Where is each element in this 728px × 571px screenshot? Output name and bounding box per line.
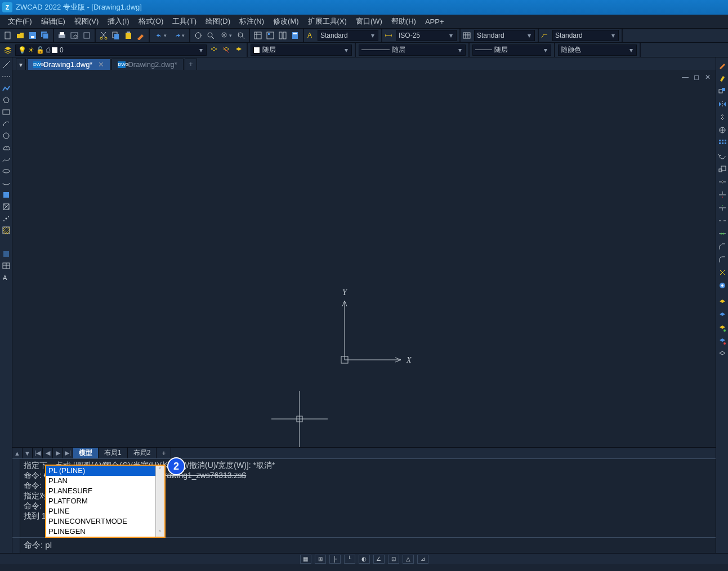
arc-icon[interactable] <box>1 119 11 129</box>
minimize-icon[interactable]: — <box>681 73 690 81</box>
nav-last-icon[interactable]: ▶| <box>63 448 73 458</box>
dimstyle-icon[interactable] <box>384 31 393 40</box>
doc-tab-inactive[interactable]: DWG Drawing2.dwg* <box>111 59 183 70</box>
layout-tab-layout2[interactable]: 布局2 <box>128 448 157 459</box>
close-icon[interactable]: ✕ <box>98 60 104 69</box>
autocomplete-item[interactable]: PLINECONVERTMODE <box>46 516 164 527</box>
copy2-icon[interactable] <box>717 86 728 97</box>
nav-prev-icon[interactable]: ◀ <box>43 448 53 458</box>
ellipse-icon[interactable] <box>1 166 11 176</box>
ellipsearc-icon[interactable] <box>1 178 11 188</box>
redo-icon[interactable]: ▾ <box>170 30 187 41</box>
matchprop2-icon[interactable] <box>717 60 728 71</box>
mleaderstyle-dropdown[interactable]: Standard▾ <box>552 30 619 41</box>
offset-icon[interactable] <box>717 111 728 123</box>
nav-next-icon[interactable]: ▶ <box>53 448 63 458</box>
erase-icon[interactable] <box>717 73 728 84</box>
status-osnap-icon[interactable]: ◐ <box>359 555 370 564</box>
menu-app[interactable]: APP+ <box>421 16 449 27</box>
layer-dropdown[interactable]: 💡 ☀ 🔓 ⎙ 0 ▾ <box>15 44 207 56</box>
color-dropdown[interactable]: 随层 ▾ <box>251 44 352 56</box>
tablestyle-icon[interactable] <box>462 31 471 40</box>
ac-scrollbar[interactable]: ˄˅ <box>155 466 164 537</box>
gradient-icon[interactable] <box>1 237 11 247</box>
paste-icon[interactable] <box>123 30 134 41</box>
rotate-icon[interactable] <box>717 150 728 162</box>
layerprev-icon[interactable] <box>233 44 244 56</box>
textstyle-icon[interactable]: A <box>306 31 315 40</box>
extend-icon[interactable] <box>717 202 728 213</box>
layout-tab-add[interactable]: + <box>157 448 171 459</box>
autocomplete-item[interactable]: PLAN <box>46 476 164 486</box>
laythw-icon[interactable] <box>717 336 728 347</box>
status-dyn-icon[interactable]: ⊡ <box>388 555 399 564</box>
explode-icon[interactable] <box>717 267 728 278</box>
save-icon[interactable] <box>27 30 38 41</box>
dcenter-icon[interactable] <box>265 30 276 41</box>
doc-tab-active[interactable]: DWG Drawing1.dwg* ✕ <box>27 59 110 70</box>
dimstyle-dropdown[interactable]: ISO-25▾ <box>396 30 457 41</box>
layfrz-icon[interactable] <box>717 323 728 334</box>
nav-down-icon[interactable]: ▼ <box>23 448 33 458</box>
menu-tools[interactable]: 工具(T) <box>168 15 201 28</box>
pan-icon[interactable] <box>193 30 204 41</box>
makeblock-icon[interactable] <box>1 202 11 212</box>
menu-draw[interactable]: 绘图(D) <box>201 15 235 28</box>
calc-icon[interactable] <box>289 30 301 41</box>
mirror-icon[interactable] <box>717 99 728 110</box>
trim-icon[interactable] <box>717 189 728 200</box>
nav-up-icon[interactable]: ▲ <box>12 448 23 458</box>
line-icon[interactable] <box>1 60 11 70</box>
spline-icon[interactable] <box>1 154 11 164</box>
rectangle-icon[interactable] <box>1 107 11 117</box>
lineweight-dropdown[interactable]: 随层 ▾ <box>472 44 551 56</box>
drawing-canvas[interactable]: — ◻ ✕ Y X <box>12 70 716 447</box>
doc-tab-dropdown[interactable]: ▾ <box>16 59 26 70</box>
status-otrack-icon[interactable]: ∠ <box>373 555 385 564</box>
drawingutil-icon[interactable] <box>717 280 728 291</box>
plotstyle-dropdown[interactable]: 随颜色 ▾ <box>558 44 637 56</box>
close-viewport-icon[interactable]: ✕ <box>703 73 712 81</box>
layout-tab-layout1[interactable]: 布局1 <box>99 448 128 459</box>
join-icon[interactable] <box>717 228 728 239</box>
point-icon[interactable] <box>1 213 11 224</box>
menu-dim[interactable]: 标注(N) <box>235 15 269 28</box>
menu-help[interactable]: 帮助(H) <box>387 15 421 28</box>
status-ortho-icon[interactable]: ├ <box>329 555 341 564</box>
laylck-icon[interactable] <box>717 349 728 360</box>
print-icon[interactable] <box>56 30 68 41</box>
status-lwt-icon[interactable]: △ <box>403 555 414 564</box>
fillet-icon[interactable] <box>717 254 728 265</box>
zoom-win-icon[interactable]: ▾ <box>217 30 234 41</box>
layout-tab-model[interactable]: 模型 <box>73 448 99 459</box>
polygon-icon[interactable] <box>1 95 11 105</box>
properties-icon[interactable] <box>252 30 263 41</box>
layoff-icon[interactable] <box>717 297 728 308</box>
menu-format[interactable]: 格式(O) <box>134 15 168 28</box>
menu-xtools[interactable]: 扩展工具(X) <box>303 15 351 28</box>
chamfer-icon[interactable] <box>717 241 728 252</box>
panel-grip[interactable] <box>12 459 20 537</box>
status-polar-icon[interactable]: └ <box>344 555 355 564</box>
tablestyle-dropdown[interactable]: Standard▾ <box>474 30 535 41</box>
cut-icon[interactable] <box>98 30 109 41</box>
insertblock-icon[interactable] <box>1 190 11 200</box>
region-icon[interactable] <box>1 249 11 259</box>
menu-file[interactable]: 文件(F) <box>3 15 37 28</box>
revcloud-icon[interactable] <box>1 142 11 153</box>
layermgr-icon[interactable] <box>2 44 14 56</box>
preview-icon[interactable] <box>69 30 80 41</box>
autocomplete-item[interactable]: PLANESURF <box>46 486 164 496</box>
publish-icon[interactable] <box>81 30 92 41</box>
saveall-icon[interactable] <box>39 30 51 41</box>
autocomplete-item-selected[interactable]: PL (PLINE) <box>46 466 164 476</box>
menu-insert[interactable]: 插入(I) <box>103 15 133 28</box>
panel-grip[interactable] <box>12 538 20 553</box>
autocomplete-item[interactable]: PLINE <box>46 506 164 516</box>
status-snap-icon[interactable]: ▦ <box>300 555 311 564</box>
table-icon[interactable] <box>1 261 11 271</box>
linetype-dropdown[interactable]: 随层 ▾ <box>359 44 466 56</box>
open-icon[interactable] <box>15 30 26 41</box>
mtext-icon[interactable]: A <box>1 273 11 283</box>
restore-icon[interactable]: ◻ <box>692 73 701 81</box>
